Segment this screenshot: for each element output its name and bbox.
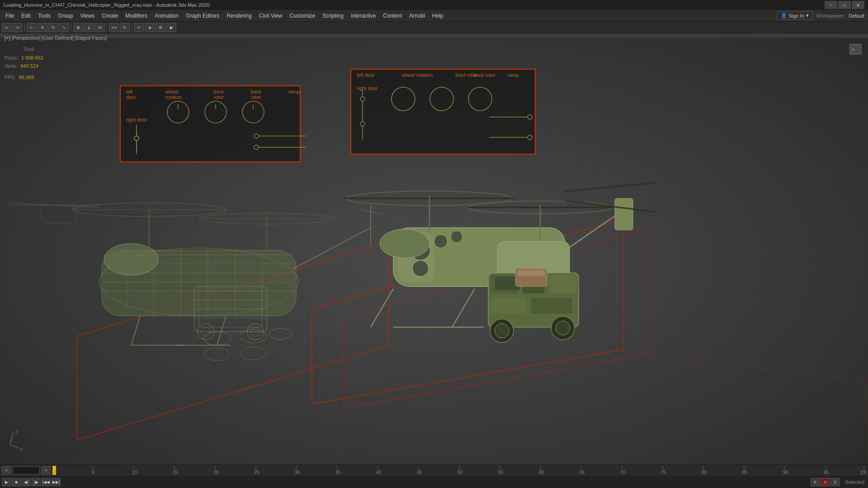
workspaces-value: Default xyxy=(849,13,864,19)
menu-item-edit[interactable]: Edit xyxy=(18,11,34,20)
set-key-button[interactable]: S xyxy=(830,478,840,486)
key-mode-button[interactable]: K xyxy=(811,478,820,486)
scale-button[interactable]: ⤡ xyxy=(59,23,69,32)
menu-item-create[interactable]: Create xyxy=(98,11,122,20)
menu-item-tools[interactable]: Tools xyxy=(34,11,54,20)
right-left-door-slider[interactable] xyxy=(359,90,366,118)
window-title: Loading_Humvee_in_CH47_Chinook_Helicopte… xyxy=(4,2,209,8)
timeline-frame-input[interactable]: 0 / 100 xyxy=(13,466,40,474)
layer-manager-button[interactable]: ≡ xyxy=(134,23,144,32)
stats-total-header: Total xyxy=(24,45,43,54)
close-button[interactable]: ✕ xyxy=(852,1,864,9)
svg-text:55: 55 xyxy=(498,470,504,475)
right-back-rotor-knob[interactable] xyxy=(467,81,494,114)
svg-rect-72 xyxy=(531,298,572,314)
svg-point-53 xyxy=(451,231,462,242)
menu-item-help[interactable]: Help xyxy=(429,11,447,20)
move-button[interactable]: ✛ xyxy=(38,23,47,32)
right-front-rotor-knob[interactable] xyxy=(428,81,455,114)
menu-item-rendering[interactable]: Rendering xyxy=(223,11,255,20)
control-panel-right: left door wheel rotation front rotor rig… xyxy=(350,69,536,155)
goto-start-button[interactable]: |◀◀ xyxy=(42,478,51,486)
svg-point-125 xyxy=(528,135,532,140)
menu-item-customize[interactable]: Customize xyxy=(286,11,319,20)
svg-rect-79 xyxy=(518,270,545,276)
menu-item-group[interactable]: Group xyxy=(54,11,76,20)
title-bar: Loading_Humvee_in_CH47_Chinook_Helicopte… xyxy=(0,0,868,10)
snap-button[interactable]: ⊞ xyxy=(73,23,83,32)
right-door-slider[interactable] xyxy=(133,131,140,155)
menu-item-interactive[interactable]: Interactive xyxy=(347,11,379,20)
render-button[interactable]: ▶ xyxy=(166,23,176,32)
ramp-slider-left[interactable] xyxy=(252,131,306,142)
stop-button[interactable]: ■ xyxy=(12,478,21,486)
svg-text:45: 45 xyxy=(417,470,422,475)
play-button[interactable]: ▶ xyxy=(2,478,11,486)
redo-button[interactable]: ↪ xyxy=(13,23,23,32)
auto-key-button[interactable]: A xyxy=(821,478,830,486)
svg-point-106 xyxy=(134,136,139,141)
right-right-door-slider[interactable] xyxy=(359,117,366,141)
right-back-rotor-label: back rotor xyxy=(473,72,495,78)
percent-snap-button[interactable]: % xyxy=(95,23,105,32)
menu-item-arnold[interactable]: Arnold xyxy=(406,11,429,20)
svg-text:25: 25 xyxy=(254,470,259,475)
svg-text:Z: Z xyxy=(15,430,18,434)
angle-snap-button[interactable]: ∠ xyxy=(84,23,94,32)
svg-rect-56 xyxy=(615,198,633,230)
ramp-slider2-left[interactable] xyxy=(252,143,306,153)
select-button[interactable]: ⊹ xyxy=(27,23,37,32)
material-editor-button[interactable]: ◈ xyxy=(145,23,155,32)
svg-point-123 xyxy=(528,115,532,119)
svg-rect-70 xyxy=(549,275,576,293)
right-ramp-slider2[interactable] xyxy=(489,133,534,143)
toolbar-separator-3 xyxy=(107,23,107,32)
control-labels-right-top: left door wheel rotation front rotor xyxy=(357,72,477,78)
timeline-ruler-row: < 0 / 100 > 0 5 10 15 20 xyxy=(0,465,868,477)
svg-text:35: 35 xyxy=(335,470,341,475)
front-rotor-knob[interactable] xyxy=(203,100,228,126)
svg-text:65: 65 xyxy=(580,470,585,475)
svg-text:75: 75 xyxy=(661,470,666,475)
undo-button[interactable]: ↩ xyxy=(2,23,12,32)
rotate-button[interactable]: ↻ xyxy=(48,23,58,32)
stats-panel: Total Polys: 1 608 862 Verts: 940 524 FP… xyxy=(5,45,43,82)
right-door-label: right door xyxy=(126,117,147,122)
toolbar: ↩ ↪ ⊹ ✛ ↻ ⤡ ⊞ ∠ % ⟺ ⊫ ≡ ◈ ⚙ ▶ xyxy=(0,22,868,33)
timeline-next-button[interactable]: > xyxy=(42,466,51,474)
menu-item-graph-editors[interactable]: Graph Editors xyxy=(182,11,223,20)
menu-item-views[interactable]: Views xyxy=(76,11,98,20)
timeline-prev-button[interactable]: < xyxy=(2,466,11,474)
mirror-button[interactable]: ⟺ xyxy=(109,23,119,32)
window-controls: − □ ✕ xyxy=(825,1,864,9)
right-wheel-knob[interactable] xyxy=(390,81,417,114)
menu-item-content[interactable]: Content xyxy=(379,11,406,20)
minimize-button[interactable]: − xyxy=(825,1,837,9)
wheel-rotation-knob[interactable] xyxy=(166,100,191,126)
menu-item-scripting[interactable]: Scripting xyxy=(319,11,347,20)
svg-point-113 xyxy=(392,87,415,111)
align-button[interactable]: ⊫ xyxy=(120,23,130,32)
step-forward-button[interactable]: |▶ xyxy=(32,478,41,486)
timeline-ruler[interactable]: 0 5 10 15 20 25 30 35 40 xyxy=(52,466,866,475)
svg-text:X: X xyxy=(20,447,23,452)
render-setup-button[interactable]: ⚙ xyxy=(156,23,165,32)
back-rotor-knob[interactable] xyxy=(241,100,266,126)
svg-point-114 xyxy=(430,87,453,111)
step-back-button[interactable]: ◀| xyxy=(22,478,31,486)
control-panel-left: left door wheel rotation front rotor bac… xyxy=(120,85,301,162)
menu-item-civil-view[interactable]: Civil View xyxy=(255,11,286,20)
maximize-button[interactable]: □ xyxy=(838,1,851,9)
svg-rect-71 xyxy=(491,298,527,314)
signin-button[interactable]: 👤 Sign In ▾ xyxy=(777,11,813,20)
menu-item-animation[interactable]: Animation xyxy=(151,11,182,20)
menu-item-modifiers[interactable]: Modifiers xyxy=(122,11,151,20)
right-ramp-slider1[interactable] xyxy=(489,113,534,123)
goto-end-button[interactable]: ▶▶| xyxy=(52,478,61,486)
menu-item-file[interactable]: File xyxy=(2,11,18,20)
right-ramp-label: ramp xyxy=(507,72,519,78)
plus-icon[interactable]: [+] xyxy=(5,35,10,41)
svg-point-111 xyxy=(254,145,259,150)
fps-row: FPS: 88,989 xyxy=(5,73,43,82)
svg-text:15: 15 xyxy=(173,470,178,475)
